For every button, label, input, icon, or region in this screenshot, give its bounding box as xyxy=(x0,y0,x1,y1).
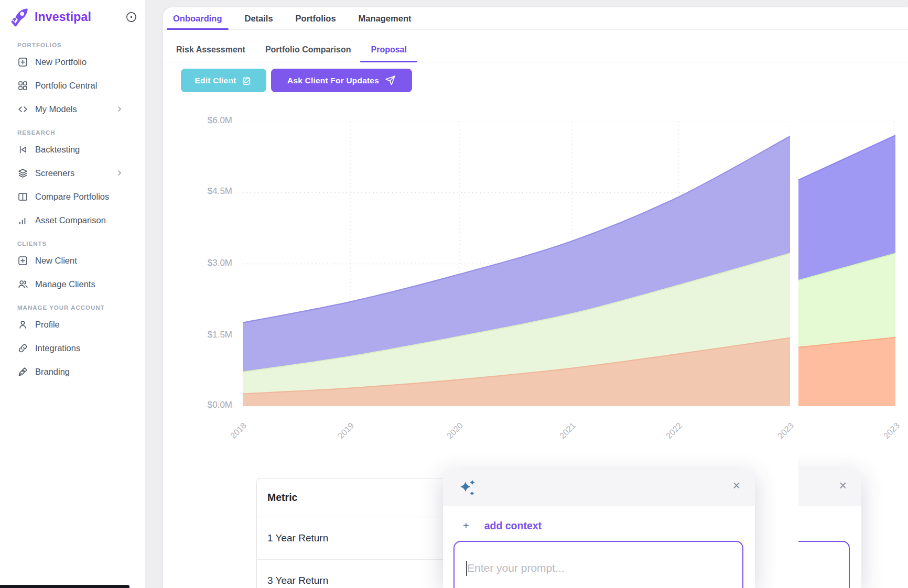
y-axis-label: $0.0M xyxy=(184,400,232,410)
next-page-preview: 2023 × + add context xyxy=(798,7,908,588)
popup-header: × xyxy=(443,470,755,506)
collapse-sidebar-icon[interactable] xyxy=(125,11,137,23)
x-axis-labels: 201820192020202120222023 xyxy=(243,426,790,448)
user-icon xyxy=(17,319,28,330)
send-icon xyxy=(385,75,396,86)
app-title: Investipal xyxy=(35,10,91,24)
sidebar-item-integrations[interactable]: Integrations xyxy=(0,336,145,360)
x-axis-label: 2022 xyxy=(662,419,687,443)
sidebar-item-portfolio-central[interactable]: Portfolio Central xyxy=(0,74,145,97)
y-axis-label: $3.0M xyxy=(184,258,232,268)
prompt-input[interactable] xyxy=(798,541,850,588)
sidebar-item-profile[interactable]: Profile xyxy=(0,313,145,336)
plus-square-icon xyxy=(17,57,28,68)
rocket-logo-icon xyxy=(8,5,30,29)
x-axis-label: 2018 xyxy=(226,419,251,443)
sidebar-item-new-portfolio[interactable]: New Portfolio xyxy=(0,50,145,74)
y-axis-label: $1.5M xyxy=(184,330,232,340)
tab-management[interactable]: Management xyxy=(359,7,412,29)
ai-prompt-popup-preview: × + add context xyxy=(798,470,861,588)
sidebar-item-branding[interactable]: Branding xyxy=(0,360,145,384)
tab-portfolios[interactable]: Portfolios xyxy=(296,7,336,29)
chevron-right-icon[interactable] xyxy=(115,169,124,177)
chevron-right-icon[interactable] xyxy=(115,105,124,113)
app-window: Investipal PORTFOLIOS New Portfolio Port… xyxy=(0,0,908,588)
close-icon[interactable]: × xyxy=(732,479,740,492)
x-axis-label: 2023 xyxy=(774,419,798,443)
sidebar-item-new-client[interactable]: New Client xyxy=(0,249,145,273)
grid-icon xyxy=(17,80,28,91)
sidebar-item-manage-clients[interactable]: Manage Clients xyxy=(0,273,145,296)
code-icon xyxy=(17,104,28,115)
sidebar-item-asset-comparison[interactable]: Asset Comparison xyxy=(0,209,145,232)
close-icon[interactable]: × xyxy=(839,479,847,492)
text-caret xyxy=(466,561,467,576)
logo-row: Investipal xyxy=(0,0,145,34)
sidebar-item-my-models[interactable]: My Models xyxy=(0,97,145,121)
skip-back-icon xyxy=(17,144,28,155)
edit-client-button[interactable]: Edit Client xyxy=(181,69,266,92)
x-axis-label: 2023 xyxy=(880,419,904,443)
sidebar: Investipal PORTFOLIOS New Portfolio Port… xyxy=(0,0,145,588)
edit-icon xyxy=(242,75,252,86)
main-content-card: Onboarding Details Portfolios Management… xyxy=(163,7,908,588)
x-axis-label: 2020 xyxy=(443,419,468,443)
link-icon xyxy=(17,343,28,354)
subtab-proposal[interactable]: Proposal xyxy=(371,38,406,62)
preview-area-chart xyxy=(798,122,895,406)
tab-details[interactable]: Details xyxy=(245,7,273,29)
subtab-portfolio-comparison[interactable]: Portfolio Comparison xyxy=(265,38,351,62)
window-edge-bar xyxy=(0,585,129,588)
tab-onboarding[interactable]: Onboarding xyxy=(173,7,222,29)
ai-prompt-popup: × + add context xyxy=(443,470,755,588)
sub-tabs: Risk Assessment Portfolio Comparison Pro… xyxy=(163,38,908,62)
bar-chart-icon xyxy=(17,215,28,226)
pen-tool-icon xyxy=(17,366,28,377)
section-label-research: RESEARCH xyxy=(17,129,145,136)
popup-header: × xyxy=(798,470,861,506)
users-icon xyxy=(17,279,28,290)
subtab-risk-assessment[interactable]: Risk Assessment xyxy=(176,38,245,62)
prompt-input[interactable] xyxy=(453,541,743,588)
section-label-clients: CLIENTS xyxy=(17,241,145,247)
section-label-portfolios: PORTFOLIOS xyxy=(17,42,145,48)
sparkles-icon xyxy=(459,478,477,498)
x-axis-label: 2019 xyxy=(334,419,359,443)
main-tabs: Onboarding Details Portfolios Management xyxy=(163,7,908,30)
x-axis-label: 2021 xyxy=(556,419,580,443)
plus-square-icon xyxy=(17,255,28,266)
sidebar-item-backtesting[interactable]: Backtesting xyxy=(0,138,145,161)
section-label-account: MANAGE YOUR ACCOUNT xyxy=(17,304,145,311)
layers-icon xyxy=(17,168,28,179)
sidebar-item-screeners[interactable]: Screeners xyxy=(0,161,145,185)
add-context-button[interactable]: + add context xyxy=(463,520,542,532)
proposal-growth-area-chart xyxy=(243,122,790,406)
y-axis-label: $4.5M xyxy=(184,186,232,197)
columns-icon xyxy=(17,191,28,202)
plus-icon: + xyxy=(463,520,469,532)
ask-client-updates-button[interactable]: Ask Client For Updates xyxy=(271,69,412,92)
y-axis-label: $6.0M xyxy=(184,115,232,126)
sidebar-item-compare-portfolios[interactable]: Compare Portfolios xyxy=(0,185,145,209)
